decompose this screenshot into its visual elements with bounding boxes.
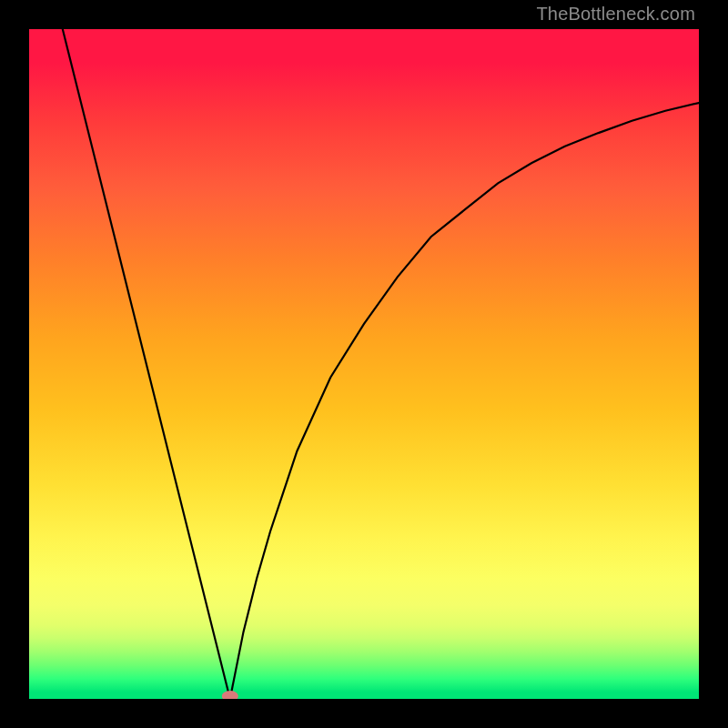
- chart-frame: TheBottleneck.com: [0, 0, 728, 728]
- right-branch-line: [230, 103, 699, 699]
- left-branch-line: [63, 29, 230, 699]
- curve-svg: [29, 29, 699, 699]
- watermark-text: TheBottleneck.com: [536, 4, 695, 25]
- min-marker: [222, 691, 238, 699]
- plot-area: [29, 29, 699, 699]
